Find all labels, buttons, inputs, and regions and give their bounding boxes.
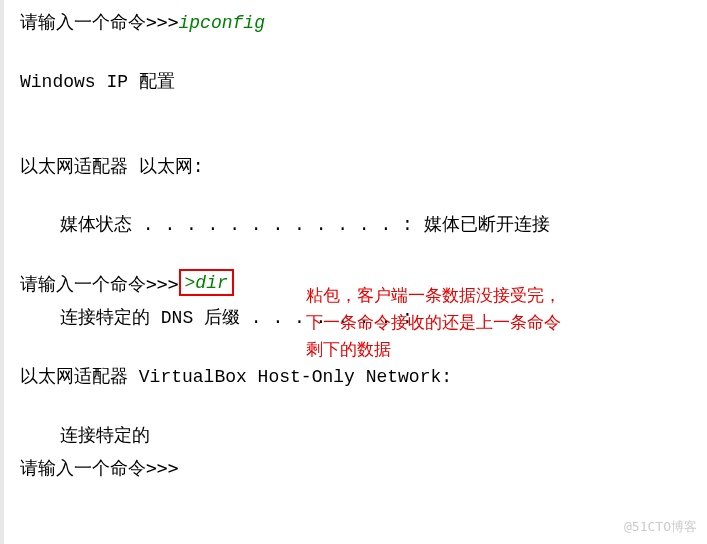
prompt-label: 请输入一个命令 <box>20 273 146 294</box>
annotation-line2: 下一条命令接收的还是上一条命令 <box>306 309 666 336</box>
command-ipconfig: ipconfig <box>179 13 265 33</box>
prompt-label: 请输入一个命令 <box>20 11 146 32</box>
prompt-line-1: 请输入一个命令>>>ipconfig <box>20 8 687 38</box>
watermark: @51CTO博客 <box>624 517 697 538</box>
adapter2-dns-suffix: 连接特定的 <box>20 422 687 451</box>
annotation-text: 粘包，客户端一条数据没接受完， 下一条命令接收的还是上一条命令 剩下的数据 <box>306 282 666 364</box>
prompt-partial: > <box>185 273 196 293</box>
prompt-marker: >>> <box>146 457 179 478</box>
highlight-box: >dir <box>179 269 234 296</box>
adapter2-title: 以太网适配器 VirtualBox Host-Only Network: <box>20 363 687 392</box>
prompt-marker: >>> <box>146 273 179 294</box>
annotation-line3: 剩下的数据 <box>306 336 666 363</box>
prompt-marker: >>> <box>146 11 179 32</box>
prompt-line-3: 请输入一个命令>>> <box>20 454 687 483</box>
command-dir: dir <box>195 273 227 293</box>
annotation-line1: 粘包，客户端一条数据没接受完， <box>306 282 666 309</box>
prompt-label: 请输入一个命令 <box>20 457 146 478</box>
adapter1-media-state: 媒体状态 . . . . . . . . . . . . : 媒体已断开连接 <box>20 211 687 240</box>
output-ip-header: Windows IP 配置 <box>20 68 687 97</box>
adapter1-title: 以太网适配器 以太网: <box>20 153 687 182</box>
